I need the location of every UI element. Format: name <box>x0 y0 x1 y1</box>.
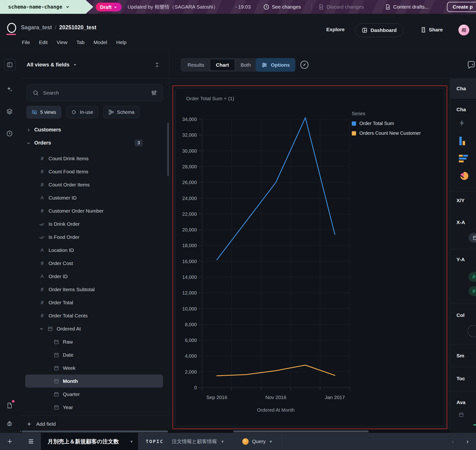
options-button[interactable]: Options <box>256 58 295 72</box>
tree-field-quarter[interactable]: Quarter <box>19 388 169 401</box>
chevron-down-icon[interactable]: ▼ <box>130 439 133 444</box>
panel-tab-chart[interactable]: Cha <box>450 79 476 99</box>
page-title[interactable]: 20251020_test <box>59 24 96 31</box>
stacked-bar-icon[interactable] <box>458 154 469 163</box>
chart-panel[interactable]: Order Total Sum + (1) 02,0004,0006,0008,… <box>175 88 444 426</box>
pie-chart-icon[interactable] <box>458 172 469 182</box>
sidebar-scrollbar[interactable] <box>167 123 169 176</box>
query-tab[interactable]: Query ▼ <box>242 433 272 450</box>
date-type-icon <box>53 352 59 358</box>
color-placeholder-circle[interactable] <box>467 325 476 337</box>
schema-branch-selector[interactable]: schema-name-change <box>0 0 93 14</box>
next-tab-chevron-icon[interactable]: › <box>466 433 469 450</box>
legend-item[interactable]: Order Total Sum <box>352 121 421 126</box>
tree-section-customers[interactable]: Customers <box>19 123 169 136</box>
toggle-sidebar-icon[interactable] <box>4 59 16 71</box>
menu-view[interactable]: View <box>57 40 67 45</box>
tree-field-count-food-items[interactable]: #Count Food Items <box>19 165 169 178</box>
menu-edit[interactable]: Edit <box>39 40 47 45</box>
bottom-tab-bar: 月別売上＆新規顧客の注文数 ▼ TOPIC 注文情報と顧客情報 ▼ Query … <box>0 433 476 450</box>
number-type-icon: # <box>39 182 45 188</box>
menu-tab[interactable]: Tab <box>76 40 84 45</box>
discard-changes-button[interactable]: Discard changes <box>318 0 364 14</box>
tree-field-customer-id[interactable]: ACustomer ID <box>19 191 169 204</box>
chip-in-use[interactable]: In-use <box>66 106 98 118</box>
tree-field-week[interactable]: Week <box>19 361 169 374</box>
dashboard-button[interactable]: Dashboard <box>355 23 403 37</box>
content-drafts-button[interactable]: Content drafts... <box>385 0 429 14</box>
history-clock-icon[interactable] <box>4 128 15 139</box>
layers-icon[interactable] <box>4 106 15 117</box>
tree-field-date[interactable]: Date <box>19 348 169 361</box>
tree-field-is-food-order[interactable]: Is Food Order <box>19 231 169 243</box>
tab-results[interactable]: Results <box>182 59 210 71</box>
chevron-down-icon[interactable] <box>26 141 31 145</box>
tree-field-location-id[interactable]: ALocation ID <box>19 243 169 257</box>
number-type-icon: # <box>39 300 45 306</box>
ai-sparkles-icon[interactable] <box>4 84 15 95</box>
horizontal-scrollbar[interactable]: ◂ <box>19 430 450 433</box>
tab-list-icon[interactable] <box>28 433 34 450</box>
bar-chart-icon[interactable] <box>458 136 468 146</box>
menu-model[interactable]: Model <box>94 40 107 45</box>
omni-logo-icon[interactable] <box>7 23 16 33</box>
prev-tab-chevron-icon[interactable]: ‹ <box>452 433 454 450</box>
chip-5-views[interactable]: 5 views <box>27 106 61 118</box>
menu-help[interactable]: Help <box>116 40 126 45</box>
explore-button[interactable]: Explore <box>326 27 345 32</box>
view-selector-dropdown[interactable]: All views & fields <box>27 62 77 68</box>
search-input[interactable] <box>43 90 147 96</box>
add-field-button[interactable]: + Add field <box>27 418 56 430</box>
tab-both[interactable]: Both <box>235 59 257 71</box>
see-changes-button[interactable]: See changes <box>263 0 301 14</box>
create-published-button[interactable]: Create p <box>447 2 476 12</box>
field-pill[interactable]: # <box>469 272 476 282</box>
notification-dot <box>12 400 15 403</box>
tree-section-orders[interactable]: Orders3 <box>19 136 169 149</box>
boolean-type-icon <box>39 234 45 240</box>
scrollbar-thumb[interactable] <box>233 431 369 432</box>
tree-field-order-items-subtotal[interactable]: #Order Items Subtotal <box>19 283 169 296</box>
filter-sliders-icon[interactable] <box>151 90 157 96</box>
lightning-icon[interactable] <box>458 119 465 127</box>
ai-chat-icon[interactable] <box>466 60 476 70</box>
active-sheet-tab[interactable]: 月別売上＆新規顧客の注文数 ▼ <box>41 433 138 450</box>
tree-field-ordered-at[interactable]: Ordered At <box>19 322 169 335</box>
share-button[interactable]: Share <box>420 27 443 33</box>
collapse-all-icon[interactable] <box>154 62 160 68</box>
tree-field-order-total[interactable]: #Order Total <box>19 296 169 309</box>
chevron-right-icon[interactable] <box>26 128 31 132</box>
tree-field-count-order-items[interactable]: #Count Order Items <box>19 178 169 191</box>
document-draft-icon[interactable] <box>4 400 15 411</box>
topic-selector[interactable]: 注文情報と顧客情報 ▼ <box>172 433 224 450</box>
tree-field-is-drink-order[interactable]: Is Drink Order <box>19 217 169 231</box>
tree-field-count-drink-items[interactable]: #Count Drink Items <box>19 152 169 165</box>
scroll-left-arrow-icon[interactable]: ◂ <box>19 429 21 433</box>
calendar-icon[interactable] <box>458 412 464 418</box>
tree-field-order-id[interactable]: AOrder ID <box>19 270 169 283</box>
tree-field-order-total-cents[interactable]: #Order Total Cents <box>19 309 169 322</box>
svg-text:Nov 2016: Nov 2016 <box>265 395 286 400</box>
menu-file[interactable]: File <box>22 40 30 45</box>
explore-compass-icon[interactable] <box>300 60 309 70</box>
chevron-down-icon[interactable] <box>39 327 44 331</box>
draft-status-badge[interactable]: Draft <box>96 3 122 12</box>
field-pill[interactable] <box>469 233 476 243</box>
field-pill[interactable]: # <box>469 286 476 296</box>
chip-schema[interactable]: Schema <box>103 106 139 118</box>
scrollbar-thumb[interactable] <box>22 431 168 432</box>
legend-item[interactable]: Orders Count New Customer <box>352 130 421 136</box>
filter-chips: 5 viewsIn-useSchema <box>27 106 140 118</box>
tree-field-month[interactable]: Month <box>25 374 163 388</box>
svg-text:20,000: 20,000 <box>182 227 197 232</box>
chevron-down-icon[interactable]: ▼ <box>269 439 272 444</box>
debug-bug-icon[interactable] <box>4 418 15 429</box>
tree-field-year[interactable]: Year <box>19 401 169 414</box>
breadcrumb-workspace[interactable]: Sagara_test <box>21 24 52 31</box>
add-tab-icon[interactable] <box>7 433 13 450</box>
tree-field-customer-order-number[interactable]: #Customer Order Number <box>19 204 169 217</box>
tree-field-order-cost[interactable]: #Order Cost <box>19 257 169 270</box>
tree-field-raw[interactable]: Raw <box>19 335 169 348</box>
tab-chart[interactable]: Chart <box>210 59 235 71</box>
user-avatar[interactable]: 相 <box>458 24 469 36</box>
